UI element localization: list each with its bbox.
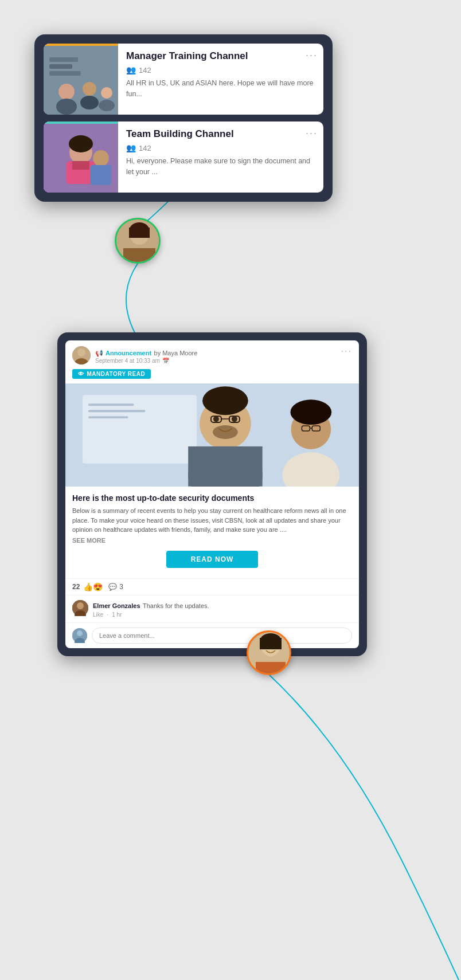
comment-input-avatar xyxy=(72,628,87,643)
svg-point-42 xyxy=(202,386,248,415)
comment-bubble-icon: 💬 xyxy=(108,583,117,591)
svg-rect-31 xyxy=(88,410,146,412)
svg-point-25 xyxy=(77,348,85,356)
comment-author: Elmer Gonzales xyxy=(93,602,140,609)
post-header: 📢 Announcement by Maya Moore September 4… xyxy=(65,340,359,368)
channel-title-teambuilding: Team Building Channel xyxy=(126,128,315,140)
comment-count: 💬 3 xyxy=(108,583,123,591)
team-building-card[interactable]: ··· Team Building Channel 👥 142 Hi, ever… xyxy=(44,121,323,193)
post-menu[interactable]: ··· xyxy=(341,346,352,356)
channel-title-training: Manager Training Channel xyxy=(126,50,315,62)
svg-point-5 xyxy=(56,99,77,115)
avatar-top[interactable] xyxy=(115,218,161,264)
mandatory-badge: 👁 MANDATORY READ xyxy=(72,369,151,379)
svg-rect-30 xyxy=(88,403,134,406)
svg-rect-32 xyxy=(88,416,128,418)
announcement-icon: 📢 xyxy=(95,350,103,357)
comment-actions: Like · 1 hr xyxy=(93,611,352,618)
comment-content: Elmer Gonzales Thanks for the updates. L… xyxy=(93,600,352,618)
users-icon-training: 👥 xyxy=(126,65,136,75)
svg-point-36 xyxy=(213,416,219,422)
manager-training-card[interactable]: ··· Manager Training Channel 👥 142 All H… xyxy=(44,44,323,115)
svg-point-4 xyxy=(58,84,75,100)
post-content: Here is the most up-to-date security doc… xyxy=(65,487,359,578)
post-card: 📢 Announcement by Maya Moore September 4… xyxy=(65,340,359,648)
svg-point-41 xyxy=(213,425,238,439)
channel-members-training: 👥 142 xyxy=(126,65,315,75)
post-type-row: 📢 Announcement by Maya Moore xyxy=(95,347,352,358)
svg-rect-58 xyxy=(256,662,286,675)
svg-rect-17 xyxy=(91,165,111,185)
reaction-emojis[interactable]: 👍😍 xyxy=(83,582,103,591)
svg-point-48 xyxy=(290,399,331,425)
comment-avatar xyxy=(72,600,88,616)
device-bottom: 📢 Announcement by Maya Moore September 4… xyxy=(57,332,367,656)
svg-rect-60 xyxy=(260,638,282,649)
comment-time: 1 hr xyxy=(112,611,122,618)
post-author: by Maya Moore xyxy=(154,350,198,356)
card-image-training xyxy=(44,44,118,115)
svg-rect-14 xyxy=(72,161,89,170)
channel-preview-teambuilding: Hi, everyone. Please make sure to sign t… xyxy=(126,156,315,178)
card-content-training: ··· Manager Training Channel 👥 142 All H… xyxy=(118,44,323,115)
svg-rect-35 xyxy=(188,446,262,487)
announcement-label: 📢 Announcement xyxy=(95,350,151,357)
reaction-count: 22 xyxy=(72,583,80,591)
svg-rect-1 xyxy=(49,57,78,62)
svg-point-8 xyxy=(101,87,112,99)
svg-rect-2 xyxy=(49,64,72,69)
avatar-bottom[interactable] xyxy=(247,630,291,675)
card-image-teambuilding xyxy=(44,121,118,193)
post-body: Below is a summary of recent events to h… xyxy=(72,506,352,535)
comment-input-field[interactable] xyxy=(92,628,352,644)
calendar-icon: 📅 xyxy=(162,358,169,364)
comment-text: Thanks for the updates. xyxy=(143,602,209,609)
card-menu-teambuilding[interactable]: ··· xyxy=(306,127,318,139)
svg-point-37 xyxy=(232,416,237,422)
comment-separator: · xyxy=(107,611,108,618)
svg-point-16 xyxy=(93,150,109,166)
svg-rect-21 xyxy=(123,248,155,264)
svg-point-53 xyxy=(77,630,83,636)
post-meta: 📢 Announcement by Maya Moore September 4… xyxy=(95,347,352,364)
svg-rect-3 xyxy=(49,71,81,76)
comment-like[interactable]: Like xyxy=(93,611,103,618)
svg-point-50 xyxy=(77,602,84,609)
svg-point-6 xyxy=(83,82,96,96)
svg-point-7 xyxy=(80,96,99,109)
svg-rect-23 xyxy=(129,228,150,238)
card-menu-training[interactable]: ··· xyxy=(306,49,318,61)
channel-members-teambuilding: 👥 142 xyxy=(126,143,315,152)
comment-input-row xyxy=(65,622,359,648)
mandatory-eye-icon: 👁 xyxy=(78,371,84,377)
read-now-button[interactable]: READ NOW xyxy=(166,551,258,568)
post-image xyxy=(65,383,359,487)
svg-point-15 xyxy=(69,135,93,152)
see-more-link[interactable]: SEE MORE xyxy=(72,537,352,544)
card-content-teambuilding: ··· Team Building Channel 👥 142 Hi, ever… xyxy=(118,121,323,193)
channel-preview-training: All HR in US, UK and ASIAN here. Hope we… xyxy=(126,78,315,100)
post-avatar xyxy=(72,346,91,364)
post-timestamp: September 4 at 10:33 am 📅 xyxy=(95,358,352,364)
post-reactions: 22 👍😍 💬 3 xyxy=(65,578,359,595)
post-title: Here is the most up-to-date security doc… xyxy=(72,493,352,503)
device-top: ··· Manager Training Channel 👥 142 All H… xyxy=(34,34,333,202)
post-comment: Elmer Gonzales Thanks for the updates. L… xyxy=(65,595,359,622)
svg-point-9 xyxy=(99,100,115,111)
users-icon-teambuilding: 👥 xyxy=(126,143,136,152)
